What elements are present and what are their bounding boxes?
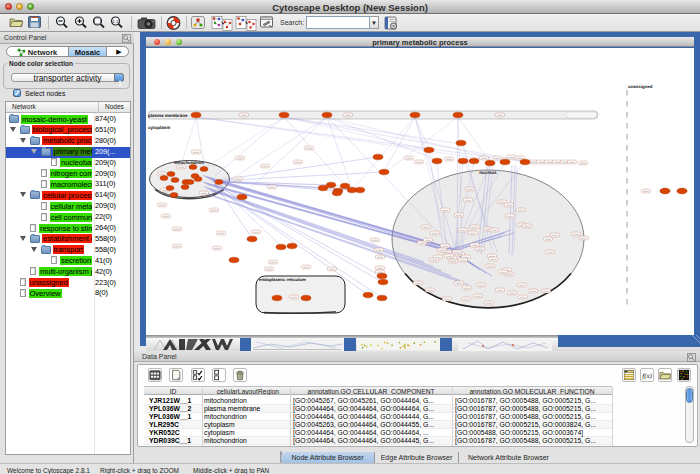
svg-text:endoplasmic reticulum: endoplasmic reticulum xyxy=(259,277,306,282)
svg-text:cytoplasm: cytoplasm xyxy=(148,125,170,130)
svg-text:mitochondrion: mitochondrion xyxy=(174,160,204,165)
svg-text:nucleus: nucleus xyxy=(479,170,497,175)
svg-text:unassigned: unassigned xyxy=(628,84,653,89)
svg-text:f(x): f(x) xyxy=(642,372,652,380)
svg-text:1:1: 1:1 xyxy=(112,19,119,24)
svg-text:plasma membrane: plasma membrane xyxy=(148,113,188,118)
